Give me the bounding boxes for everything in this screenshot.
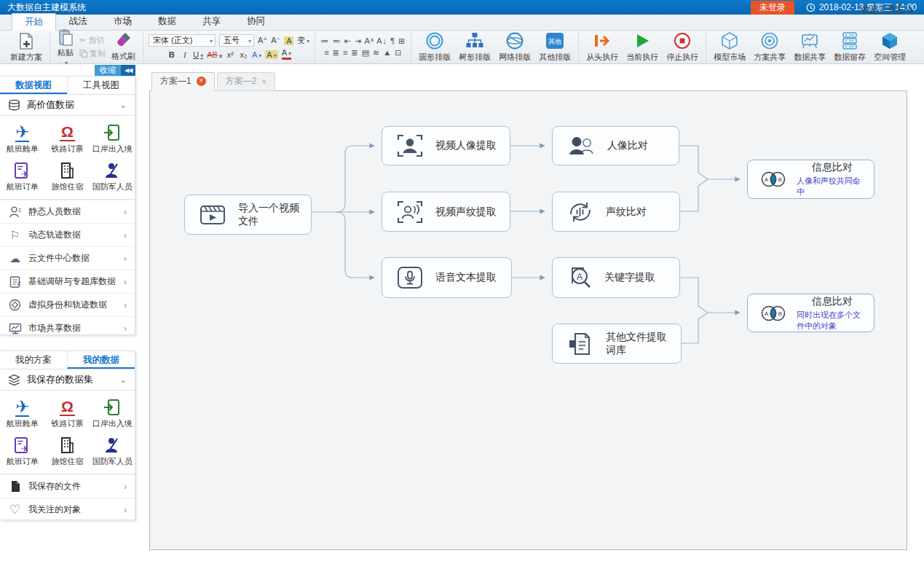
chevron-right-icon: ›	[124, 206, 127, 217]
shrink-font-button[interactable]: A⁻	[271, 36, 280, 45]
underline-button[interactable]: U	[193, 50, 203, 59]
node-info-compare-1[interactable]: A B 信息比对 人像和声纹共同命中	[747, 160, 874, 199]
dataset-military-personnel[interactable]: 国防军人员	[90, 431, 135, 469]
ribbon-tab-market[interactable]: 市场	[100, 12, 145, 30]
dataset-border-entry[interactable]: 口岸出入境	[90, 119, 135, 157]
paste-button[interactable]: 粘贴	[55, 28, 76, 67]
tab-my-data[interactable]: 我的数据	[67, 351, 135, 369]
format-painter-button[interactable]: 格式刷	[109, 31, 138, 63]
highlight-color-button[interactable]: A	[265, 50, 277, 59]
space-manage-button[interactable]: 空间管理	[872, 31, 908, 63]
text-outline-button[interactable]: A	[252, 50, 261, 59]
close-tab-icon[interactable]: ×	[197, 77, 206, 86]
font-name-select[interactable]: 宋体 (正文)	[149, 34, 216, 47]
collapse-arrows-icon: ◀◀	[121, 65, 135, 76]
node-label: 关键字提取	[604, 271, 655, 284]
data-retain-button[interactable]: 数据留存	[832, 31, 868, 63]
plan-share-button[interactable]: 方案共享	[751, 31, 788, 63]
node-label: 导入一个视频文件	[238, 202, 305, 228]
font-size-select[interactable]: 五号	[219, 34, 254, 47]
node-info-compare-2[interactable]: A B 信息比对 同时出现在多个文件中的对象	[747, 294, 874, 332]
change-case-button[interactable]: A	[284, 36, 293, 45]
sidebar-collapse-button[interactable]: 收缩 ◀◀	[95, 65, 135, 76]
stop-run-button[interactable]: 停止执行	[664, 31, 700, 63]
dataset-flight-manifest[interactable]: ✈ 航班舱单	[0, 393, 45, 431]
chevron-right-icon: ›	[124, 323, 127, 334]
node-keyword-extract[interactable]: A 关键字提取	[552, 257, 680, 298]
collapse-toolbar-link[interactable]: 收起工具栏 ∧	[861, 4, 914, 16]
layers-icon	[8, 374, 20, 386]
login-status-badge[interactable]: 未登录	[751, 1, 794, 15]
dataset-label: 国防军人员	[92, 181, 133, 192]
tree-layout-button[interactable]: 树形排版	[457, 31, 493, 63]
paragraph-tools-row2[interactable]: ≡ ≣ ≡ ≣ ▤ ≋ ▲ ⊡	[324, 48, 402, 58]
dataset-flight-manifest[interactable]: ✈ 航班舱单	[0, 119, 45, 157]
run-from-start-button[interactable]: 从头执行	[584, 31, 620, 63]
copy-button[interactable]: 复制	[79, 48, 106, 59]
node-face-compare[interactable]: 人像比对	[552, 126, 679, 165]
plan-tab-1[interactable]: 方案—1 ×	[151, 72, 215, 91]
category-dynamic-track[interactable]: ⚐ 动态轨迹数据 ›	[0, 223, 135, 246]
cut-label: 剪切	[88, 35, 104, 46]
ribbon-tab-share[interactable]: 共享	[189, 12, 234, 30]
dataset-flight-order[interactable]: ✈ 航班订单	[0, 431, 45, 469]
dataset-rail-ticket[interactable]: Ω 铁路订票	[45, 393, 90, 431]
circle-layout-button[interactable]: 圆形排版	[416, 31, 453, 63]
group-new: 新建方案	[3, 31, 50, 63]
category-cloud-files[interactable]: ☁ 云文件中心数据 ›	[0, 246, 135, 270]
bold-button[interactable]: B	[167, 50, 176, 59]
ribbon-toolbar: 新建方案 粘贴 ✂ 剪切 复制	[0, 31, 924, 64]
dataset-rail-ticket[interactable]: Ω 铁路订票	[45, 119, 90, 157]
category-static-person[interactable]: 静态人员数据 ›	[0, 200, 135, 223]
plan-tab-2[interactable]: 方案—2 ×	[217, 72, 275, 91]
app-title: 大数据自主建模系统	[7, 1, 86, 14]
model-canvas[interactable]: 导入一个视频文件 视频人像提取 视频声纹提取	[149, 90, 907, 550]
dataset-border-entry[interactable]: 口岸出入境	[90, 393, 135, 431]
category-survey-library[interactable]: 基础调研与专题库数据 ›	[0, 270, 135, 293]
node-other-files-lexicon[interactable]: 其他文件提取词库	[552, 324, 682, 364]
node-import-video[interactable]: 导入一个视频文件	[184, 195, 312, 235]
font-effects-button[interactable]: 变	[297, 35, 309, 46]
run-current-button[interactable]: 当前执行	[624, 31, 660, 63]
dataset-hotel-stay[interactable]: 旅馆住宿	[45, 157, 90, 195]
ribbon-tab-data[interactable]: 数据	[145, 12, 189, 30]
font-color-button[interactable]: A	[282, 49, 291, 60]
dataset-military-personnel[interactable]: 国防军人员	[90, 157, 135, 195]
row-followed-objects[interactable]: ♡ 我关注的对象 ›	[0, 498, 135, 521]
italic-button[interactable]: I	[180, 50, 189, 59]
data-share-button[interactable]: 数据共享	[791, 31, 828, 63]
other-layout-button[interactable]: 其他 其他排版	[537, 31, 573, 63]
saved-datasets-header[interactable]: 我保存的数据集 ⌄	[0, 369, 135, 391]
node-video-voiceprint-extract[interactable]: 视频声纹提取	[382, 192, 510, 232]
tab-tool-view[interactable]: 工具视图	[67, 77, 135, 94]
network-layout-button[interactable]: 网络排版	[497, 31, 533, 63]
ribbon-tab-collab[interactable]: 协同	[234, 12, 278, 30]
close-tab-icon[interactable]: ×	[261, 77, 266, 86]
grow-font-button[interactable]: A⁺	[258, 36, 267, 45]
copy-label: 复制	[90, 48, 106, 59]
category-market-shared[interactable]: 市场共享数据 ›	[0, 316, 135, 340]
node-voiceprint-compare[interactable]: 声纹比对	[552, 192, 680, 232]
superscript-button[interactable]: x²	[226, 50, 235, 59]
ribbon-tab-start[interactable]: 开始	[12, 13, 56, 31]
model-market-button[interactable]: 模型市场	[711, 31, 748, 63]
node-video-face-extract[interactable]: 视频人像提取	[382, 126, 510, 165]
dataset-flight-order[interactable]: ✈ 航班订单	[0, 157, 45, 195]
node-speech-text-extract[interactable]: 语音文本提取	[382, 257, 512, 298]
cut-button[interactable]: ✂ 剪切	[79, 35, 106, 46]
followed-objects-label: 我关注的对象	[28, 504, 81, 516]
stop-run-label: 停止执行	[666, 52, 698, 63]
category-virtual-identity[interactable]: 虚拟身份和轨迹数据 ›	[0, 293, 135, 316]
tab-data-view[interactable]: 数据视图	[0, 77, 67, 94]
chevron-right-icon: ›	[124, 276, 127, 287]
dataset-label: 航班订单	[7, 181, 39, 192]
up-chevron-icon: ∧	[907, 4, 914, 15]
dataset-hotel-stay[interactable]: 旅馆住宿	[45, 431, 90, 469]
high-value-data-header[interactable]: 高价值数据 ⌄	[0, 95, 135, 116]
strikethrough-button[interactable]: AB	[207, 50, 222, 59]
paragraph-tools-row1[interactable]: ≔ ≕ ⇤ ⇥ Aᵃ A↓ ¶ ⊞	[320, 36, 406, 46]
row-saved-files[interactable]: 我保存的文件 ›	[0, 474, 135, 498]
subscript-button[interactable]: x₂	[239, 50, 248, 59]
tab-my-plans[interactable]: 我的方案	[0, 351, 67, 369]
new-plan-button[interactable]: 新建方案	[8, 31, 44, 63]
